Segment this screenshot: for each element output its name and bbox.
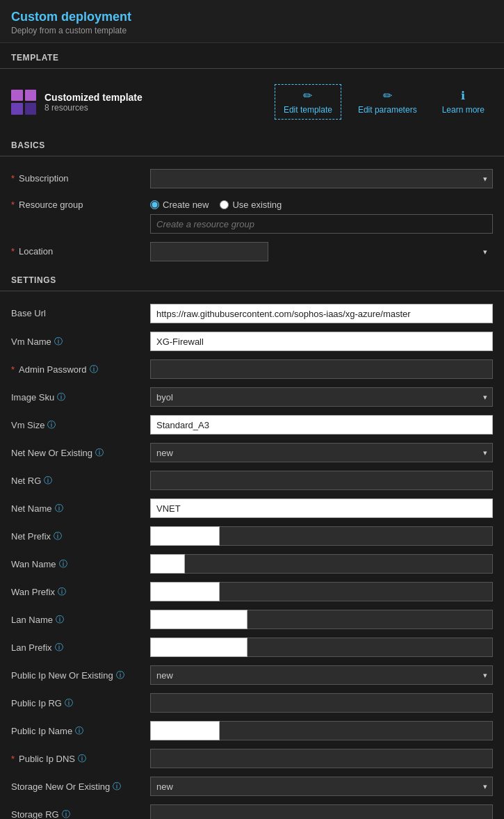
admin-password-input[interactable] [150, 359, 493, 379]
learn-more-button[interactable]: ℹ Learn more [434, 85, 493, 119]
image-sku-select[interactable]: byolpayg [150, 387, 493, 407]
location-label: * Location [11, 242, 150, 257]
net-name-label: Net Name ⓘ [11, 498, 150, 514]
lan-name-input-wrap [150, 610, 493, 629]
wan-name-input[interactable] [150, 554, 185, 574]
wan-prefix-label-text: Wan Prefix [11, 587, 55, 597]
net-new-or-existing-control: newexisting▾ [150, 443, 493, 462]
public-ip-name-input[interactable] [150, 721, 220, 740]
net-new-or-existing-select[interactable]: newexisting [150, 443, 493, 462]
public-ip-dns-info-icon[interactable]: ⓘ [78, 753, 86, 765]
base-url-row: Base Url [0, 300, 504, 327]
settings-fields: Base UrlVm Name ⓘ* Admin Password ⓘImage… [0, 300, 504, 819]
subscription-select[interactable] [150, 169, 493, 188]
image-sku-info-icon[interactable]: ⓘ [57, 391, 65, 403]
base-url-label: Base Url [11, 304, 150, 318]
net-new-or-existing-info-icon[interactable]: ⓘ [95, 447, 104, 459]
subscription-control: ▾ [150, 169, 493, 188]
public-ip-rg-label: Public Ip RG ⓘ [11, 693, 150, 709]
edit-parameters-button[interactable]: ✏ Edit parameters [350, 85, 425, 119]
net-rg-control [150, 471, 493, 490]
wan-name-info-icon[interactable]: ⓘ [59, 558, 67, 570]
create-new-option[interactable]: Create new [150, 200, 209, 210]
public-ip-new-or-existing-info-icon[interactable]: ⓘ [116, 670, 124, 681]
subscription-row: * Subscription ▾ [0, 165, 504, 193]
vm-size-label: Vm Size ⓘ [11, 415, 150, 431]
admin-password-label: * Admin Password ⓘ [11, 359, 150, 375]
resource-group-control: Create new Use existing [150, 197, 493, 234]
public-ip-name-control [150, 721, 493, 740]
net-rg-info-icon[interactable]: ⓘ [44, 475, 52, 487]
public-ip-dns-label: * Public Ip DNS ⓘ [11, 749, 150, 765]
location-chevron-icon: ▾ [483, 248, 487, 257]
wan-prefix-row: Wan Prefix ⓘ [0, 578, 504, 606]
public-ip-rg-info-icon[interactable]: ⓘ [65, 697, 73, 709]
public-ip-name-info-icon[interactable]: ⓘ [75, 725, 83, 737]
public-ip-new-or-existing-control: newexisting▾ [150, 665, 493, 685]
public-ip-name-label: Public Ip Name ⓘ [11, 721, 150, 737]
vm-name-info-icon[interactable]: ⓘ [54, 336, 63, 348]
wan-prefix-input-wrap [150, 582, 493, 601]
wan-name-label: Wan Name ⓘ [11, 554, 150, 570]
info-circle-icon: ℹ [461, 89, 465, 102]
net-name-info-icon[interactable]: ⓘ [55, 503, 63, 514]
lan-name-info-icon[interactable]: ⓘ [56, 614, 64, 626]
wan-prefix-info-icon[interactable]: ⓘ [58, 586, 66, 598]
admin-password-info-icon[interactable]: ⓘ [90, 364, 98, 375]
base-url-label-text: Base Url [11, 308, 46, 318]
use-existing-option[interactable]: Use existing [220, 200, 282, 210]
base-url-input[interactable] [150, 304, 493, 323]
wan-prefix-input[interactable] [150, 582, 220, 601]
net-prefix-control [150, 526, 493, 546]
subscription-required: * [11, 173, 15, 184]
rg-required: * [11, 200, 15, 210]
vm-name-input[interactable] [150, 332, 493, 351]
edit-template-button[interactable]: ✏ Edit template [275, 84, 341, 120]
storage-rg-label: Storage RG ⓘ [11, 804, 150, 819]
template-resources: 8 resources [44, 103, 143, 113]
storage-rg-info-icon[interactable]: ⓘ [62, 809, 70, 819]
pencil-icon: ✏ [303, 89, 312, 102]
public-ip-name-row: Public Ip Name ⓘ [0, 717, 504, 745]
public-ip-new-or-existing-select[interactable]: newexisting [150, 665, 493, 685]
net-prefix-row: Net Prefix ⓘ [0, 522, 504, 550]
storage-rg-input[interactable] [150, 804, 493, 819]
image-sku-control: byolpayg▾ [150, 387, 493, 407]
net-new-or-existing-label: Net New Or Existing ⓘ [11, 443, 150, 459]
lan-prefix-control [150, 638, 493, 657]
public-ip-dns-control [150, 749, 493, 768]
template-section-header: TEMPLATE [0, 43, 504, 69]
create-new-radio[interactable] [150, 200, 159, 209]
lan-name-control [150, 610, 493, 629]
vm-size-input[interactable] [150, 415, 493, 435]
storage-new-or-existing-info-icon[interactable]: ⓘ [113, 781, 121, 793]
lan-prefix-row: Lan Prefix ⓘ [0, 633, 504, 661]
storage-new-or-existing-select[interactable]: newexisting [150, 777, 493, 796]
wan-name-row: Wan Name ⓘ [0, 550, 504, 578]
vm-size-control [150, 415, 493, 435]
use-existing-radio[interactable] [220, 200, 229, 209]
net-prefix-info-icon[interactable]: ⓘ [54, 530, 62, 542]
net-name-row: Net Name ⓘ [0, 494, 504, 522]
resource-group-input[interactable] [150, 214, 493, 234]
storage-new-or-existing-label: Storage New Or Existing ⓘ [11, 777, 150, 793]
net-rg-input[interactable] [150, 471, 493, 490]
location-select-wrap: ▾ [150, 242, 493, 261]
lan-name-input[interactable] [150, 610, 247, 629]
net-name-input[interactable] [150, 498, 493, 518]
use-existing-label: Use existing [232, 200, 282, 210]
storage-rg-label-text: Storage RG [11, 809, 59, 819]
base-url-control [150, 304, 493, 323]
lan-prefix-info-icon[interactable]: ⓘ [55, 642, 63, 654]
public-ip-rg-input[interactable] [150, 693, 493, 713]
vm-size-info-icon[interactable]: ⓘ [47, 419, 56, 431]
image-sku-label: Image Sku ⓘ [11, 387, 150, 403]
wan-name-control [150, 554, 493, 574]
net-prefix-input[interactable] [150, 526, 220, 546]
admin-password-row: * Admin Password ⓘ [0, 355, 504, 383]
location-select[interactable] [150, 242, 268, 261]
lan-prefix-input[interactable] [150, 638, 247, 657]
location-control: ▾ [150, 242, 493, 261]
public-ip-dns-input[interactable] [150, 749, 493, 768]
storage-new-or-existing-control: newexisting▾ [150, 777, 493, 796]
